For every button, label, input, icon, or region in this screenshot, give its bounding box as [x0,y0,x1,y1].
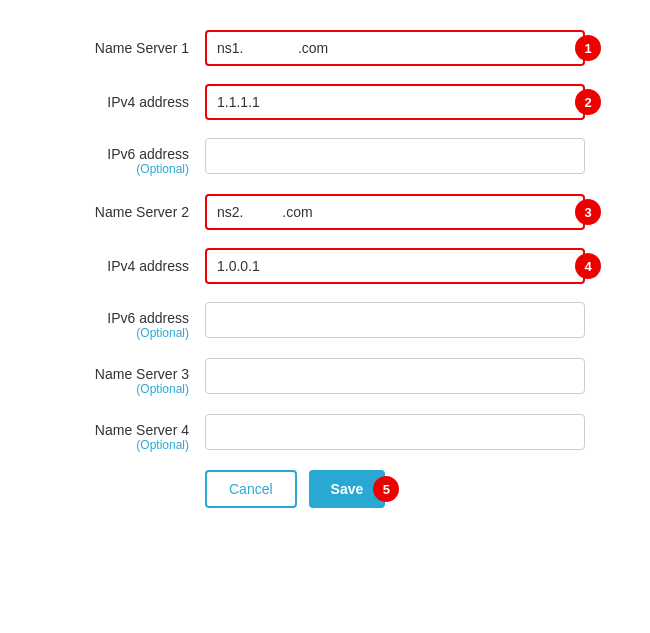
input-wrap-ipv6-2 [205,302,585,338]
row-ipv6-1: IPv6 address (Optional) [65,138,585,176]
cancel-button[interactable]: Cancel [205,470,297,508]
label-ipv6-2: IPv6 address (Optional) [65,302,205,340]
label-name-server-1: Name Server 1 [65,40,205,56]
label-name-server-2: Name Server 2 [65,204,205,220]
input-wrap-name-server-1: 1 [205,30,585,66]
label-name-server-4: Name Server 4 (Optional) [65,414,205,452]
row-name-server-4: Name Server 4 (Optional) [65,414,585,452]
save-button-wrap: Save 5 [309,470,386,508]
name-server-1-input[interactable] [205,30,585,66]
ipv6-2-input[interactable] [205,302,585,338]
badge-5: 5 [373,476,399,502]
label-ipv4-2: IPv4 address [65,258,205,274]
input-wrap-ipv4-2: 4 [205,248,585,284]
input-wrap-ipv4-1: 2 [205,84,585,120]
ipv4-1-input[interactable] [205,84,585,120]
input-wrap-name-server-2: 3 [205,194,585,230]
button-row: Cancel Save 5 [65,470,585,508]
form-container: Name Server 1 1 IPv4 address 2 IPv6 addr… [45,20,605,518]
row-ipv4-2: IPv4 address 4 [65,248,585,284]
name-server-4-input[interactable] [205,414,585,450]
row-ipv4-1: IPv4 address 2 [65,84,585,120]
name-server-2-input[interactable] [205,194,585,230]
name-server-3-input[interactable] [205,358,585,394]
input-wrap-name-server-3 [205,358,585,394]
label-ipv4-1: IPv4 address [65,94,205,110]
row-ipv6-2: IPv6 address (Optional) [65,302,585,340]
input-wrap-name-server-4 [205,414,585,450]
badge-4: 4 [575,253,601,279]
row-name-server-2: Name Server 2 3 [65,194,585,230]
label-name-server-3: Name Server 3 (Optional) [65,358,205,396]
ipv4-2-input[interactable] [205,248,585,284]
row-name-server-1: Name Server 1 1 [65,30,585,66]
badge-2: 2 [575,89,601,115]
badge-3: 3 [575,199,601,225]
row-name-server-3: Name Server 3 (Optional) [65,358,585,396]
badge-1: 1 [575,35,601,61]
ipv6-1-input[interactable] [205,138,585,174]
input-wrap-ipv6-1 [205,138,585,174]
label-ipv6-1: IPv6 address (Optional) [65,138,205,176]
